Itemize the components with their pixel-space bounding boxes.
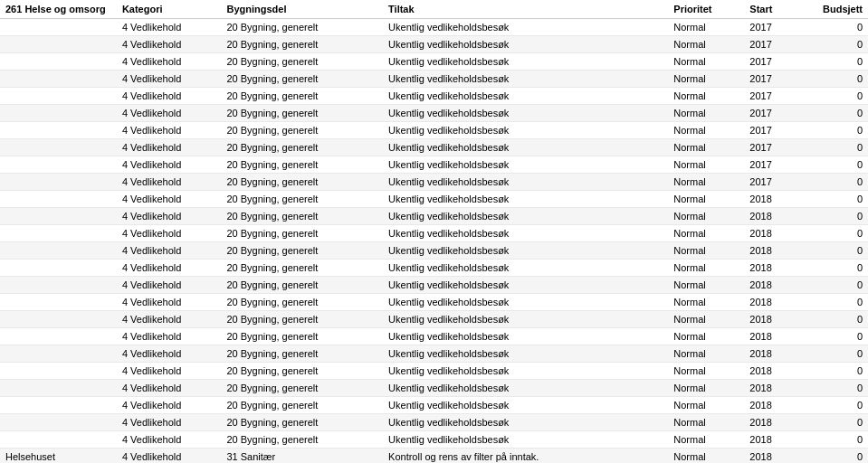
table-cell: 4 Vedlikehold xyxy=(117,328,222,345)
table-cell: Ukentlig vedlikeholdsbesøk xyxy=(383,88,668,105)
table-cell: 0 xyxy=(801,191,868,208)
table-cell: 0 xyxy=(801,225,868,242)
table-cell: 2018 xyxy=(744,363,801,380)
table-cell: 0 xyxy=(801,208,868,225)
table-cell xyxy=(0,294,117,311)
table-row: 4 Vedlikehold20 Bygning, genereltUkentli… xyxy=(0,208,868,225)
table-cell: 20 Bygning, generelt xyxy=(221,414,383,431)
table-row: 4 Vedlikehold20 Bygning, genereltUkentli… xyxy=(0,397,868,414)
table-cell: 2018 xyxy=(744,380,801,397)
table-cell: 4 Vedlikehold xyxy=(117,139,222,156)
table-cell: Ukentlig vedlikeholdsbesøk xyxy=(383,294,668,311)
table-cell: 2018 xyxy=(744,191,801,208)
table-cell: Ukentlig vedlikeholdsbesøk xyxy=(383,260,668,277)
table-cell: 2017 xyxy=(744,174,801,191)
table-cell: Kontroll og rens av filter på inntak. xyxy=(383,449,668,464)
table-cell: 20 Bygning, generelt xyxy=(221,431,383,449)
table-cell xyxy=(0,174,117,191)
table-cell: 0 xyxy=(801,71,868,88)
table-cell: 2017 xyxy=(744,139,801,156)
table-cell: 4 Vedlikehold xyxy=(117,174,222,191)
table-cell: 2017 xyxy=(744,71,801,88)
table-cell: Ukentlig vedlikeholdsbesøk xyxy=(383,105,668,122)
table-cell: 0 xyxy=(801,156,868,174)
table-cell: 2018 xyxy=(744,260,801,277)
table-cell: Normal xyxy=(668,19,744,36)
table-cell: Ukentlig vedlikeholdsbesøk xyxy=(383,208,668,225)
table-cell: 2018 xyxy=(744,242,801,260)
table-cell: 4 Vedlikehold xyxy=(117,208,222,225)
table-row: 4 Vedlikehold20 Bygning, genereltUkentli… xyxy=(0,105,868,122)
table-cell: Normal xyxy=(668,53,744,71)
table-row: 4 Vedlikehold20 Bygning, genereltUkentli… xyxy=(0,71,868,88)
table-cell: 2017 xyxy=(744,53,801,71)
table-cell: 2018 xyxy=(744,225,801,242)
table-row: 4 Vedlikehold20 Bygning, genereltUkentli… xyxy=(0,345,868,363)
table-cell: Ukentlig vedlikeholdsbesøk xyxy=(383,380,668,397)
table-cell xyxy=(0,225,117,242)
table-cell: Ukentlig vedlikeholdsbesøk xyxy=(383,156,668,174)
table-cell: 0 xyxy=(801,449,868,464)
table-cell: 20 Bygning, generelt xyxy=(221,363,383,380)
table-row: Helsehuset4 Vedlikehold31 SanitærKontrol… xyxy=(0,449,868,464)
table-cell: 20 Bygning, generelt xyxy=(221,328,383,345)
table-cell: 0 xyxy=(801,260,868,277)
table-row: 4 Vedlikehold20 Bygning, genereltUkentli… xyxy=(0,277,868,294)
table-cell: 4 Vedlikehold xyxy=(117,225,222,242)
table-cell xyxy=(0,242,117,260)
table-row: 4 Vedlikehold20 Bygning, genereltUkentli… xyxy=(0,242,868,260)
table-row: 4 Vedlikehold20 Bygning, genereltUkentli… xyxy=(0,122,868,139)
table-cell: 20 Bygning, generelt xyxy=(221,19,383,36)
table-cell: Normal xyxy=(668,277,744,294)
table-row: 4 Vedlikehold20 Bygning, genereltUkentli… xyxy=(0,260,868,277)
table-header-row: 261 Helse og omsorg Kategori Bygningsdel… xyxy=(0,0,868,19)
table-cell: 4 Vedlikehold xyxy=(117,449,222,464)
table-cell: 0 xyxy=(801,277,868,294)
table-cell: 4 Vedlikehold xyxy=(117,294,222,311)
table-cell: 4 Vedlikehold xyxy=(117,53,222,71)
table-cell: Normal xyxy=(668,242,744,260)
table-cell: Normal xyxy=(668,191,744,208)
table-cell: 20 Bygning, generelt xyxy=(221,71,383,88)
table-cell: 0 xyxy=(801,174,868,191)
table-cell: Ukentlig vedlikeholdsbesøk xyxy=(383,414,668,431)
header-kategori: Kategori xyxy=(117,0,222,19)
table-cell: Normal xyxy=(668,380,744,397)
table-cell: 20 Bygning, generelt xyxy=(221,225,383,242)
table-cell: 4 Vedlikehold xyxy=(117,380,222,397)
table-cell: Normal xyxy=(668,174,744,191)
table-cell: 0 xyxy=(801,19,868,36)
table-cell: 0 xyxy=(801,88,868,105)
table-cell: 0 xyxy=(801,311,868,328)
table-cell: 4 Vedlikehold xyxy=(117,345,222,363)
table-cell: 0 xyxy=(801,294,868,311)
table-cell: Normal xyxy=(668,260,744,277)
table-cell: 20 Bygning, generelt xyxy=(221,294,383,311)
table-cell: 20 Bygning, generelt xyxy=(221,36,383,53)
table-cell: 0 xyxy=(801,139,868,156)
table-cell: 20 Bygning, generelt xyxy=(221,277,383,294)
table-cell: 2018 xyxy=(744,345,801,363)
table-cell: Normal xyxy=(668,311,744,328)
table-cell xyxy=(0,363,117,380)
table-cell: 4 Vedlikehold xyxy=(117,122,222,139)
table-cell: 20 Bygning, generelt xyxy=(221,311,383,328)
table-cell xyxy=(0,191,117,208)
header-budsjett: Budsjett xyxy=(801,0,868,19)
table-cell xyxy=(0,122,117,139)
table-cell: 2018 xyxy=(744,397,801,414)
table-cell: 20 Bygning, generelt xyxy=(221,53,383,71)
table-cell: 0 xyxy=(801,122,868,139)
table-row: 4 Vedlikehold20 Bygning, genereltUkentli… xyxy=(0,380,868,397)
table-cell xyxy=(0,380,117,397)
table-row: 4 Vedlikehold20 Bygning, genereltUkentli… xyxy=(0,414,868,431)
table-cell: 2017 xyxy=(744,105,801,122)
table-row: 4 Vedlikehold20 Bygning, genereltUkentli… xyxy=(0,19,868,36)
table-cell: Normal xyxy=(668,139,744,156)
table-cell: Normal xyxy=(668,122,744,139)
table-cell: 20 Bygning, generelt xyxy=(221,260,383,277)
table-cell: 20 Bygning, generelt xyxy=(221,380,383,397)
table-cell: Ukentlig vedlikeholdsbesøk xyxy=(383,328,668,345)
table-cell xyxy=(0,105,117,122)
table-cell: Ukentlig vedlikeholdsbesøk xyxy=(383,311,668,328)
